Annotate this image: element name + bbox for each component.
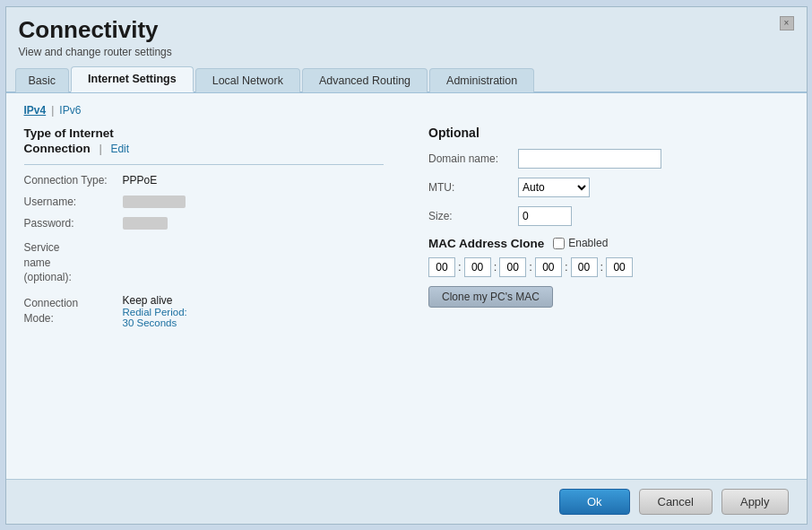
username-label: Username: bbox=[24, 195, 123, 208]
mtu-label: MTU: bbox=[428, 181, 518, 194]
size-input[interactable] bbox=[518, 206, 572, 226]
mac-octet-5[interactable] bbox=[571, 257, 598, 277]
mac-octet-2[interactable] bbox=[464, 257, 491, 277]
conn-mode-sub: Redial Period: 30 Seconds bbox=[123, 307, 187, 328]
sub-tab-ipv4[interactable]: IPv4 bbox=[24, 104, 47, 117]
opt-row-size: Size: bbox=[428, 206, 789, 226]
mac-colon-3: : bbox=[528, 260, 533, 274]
left-panel: Type of InternetConnection | Edit Connec… bbox=[24, 126, 384, 470]
separator bbox=[24, 164, 384, 165]
main-window: Connectivity View and change router sett… bbox=[5, 6, 808, 525]
mac-octet-1[interactable] bbox=[428, 257, 455, 277]
cancel-button[interactable]: Cancel bbox=[639, 489, 713, 515]
title-bar: Connectivity View and change router sett… bbox=[6, 7, 807, 62]
opt-row-mtu: MTU: Auto Manual bbox=[428, 178, 789, 197]
tab-basic[interactable]: Basic bbox=[15, 68, 70, 92]
window-subtitle: View and change router settings bbox=[19, 46, 172, 58]
mtu-select[interactable]: Auto Manual bbox=[518, 178, 590, 197]
optional-title: Optional bbox=[428, 126, 789, 140]
sub-tab-ipv6[interactable]: IPv6 bbox=[59, 104, 81, 117]
redial-value: 30 Seconds bbox=[123, 317, 177, 328]
mac-colon-1: : bbox=[457, 260, 462, 274]
edit-link[interactable]: Edit bbox=[110, 143, 129, 155]
domain-label: Domain name: bbox=[428, 152, 518, 165]
mac-title-text: MAC Address Clone bbox=[428, 237, 544, 250]
field-row-connection-type: Connection Type: PPPoE bbox=[24, 174, 384, 187]
close-button[interactable]: × bbox=[780, 16, 794, 30]
field-row-service-name: Servicename(optional): bbox=[24, 239, 384, 285]
mac-octet-4[interactable] bbox=[535, 257, 562, 277]
tab-internet-settings[interactable]: Internet Settings bbox=[71, 66, 194, 92]
connection-type-label: Connection Type: bbox=[24, 174, 123, 187]
apply-button[interactable]: Apply bbox=[721, 489, 789, 515]
footer: Ok Cancel Apply bbox=[6, 479, 807, 524]
tab-content: IPv4 | IPv6 Type of InternetConnection |… bbox=[6, 93, 807, 479]
mac-octet-3[interactable] bbox=[499, 257, 526, 277]
sub-tabs: IPv4 | IPv6 bbox=[24, 104, 789, 117]
mac-section-title: MAC Address Clone Enabled bbox=[428, 237, 789, 250]
main-content: Type of InternetConnection | Edit Connec… bbox=[24, 126, 789, 470]
conn-mode-title: Keep alive bbox=[123, 294, 187, 307]
right-panel: Optional Domain name: MTU: Auto Manual bbox=[410, 126, 789, 470]
service-name-label: Servicename(optional): bbox=[24, 239, 123, 285]
window-title: Connectivity bbox=[19, 16, 172, 44]
field-row-password: Password: bbox=[24, 217, 384, 230]
password-value bbox=[123, 217, 168, 230]
mac-fields: : : : : : bbox=[428, 257, 789, 277]
field-row-conn-mode: ConnectionMode: Keep alive Redial Period… bbox=[24, 294, 384, 328]
clone-mac-button[interactable]: Clone my PC's MAC bbox=[428, 286, 553, 308]
conn-mode-block: Keep alive Redial Period: 30 Seconds bbox=[123, 294, 187, 328]
mac-colon-2: : bbox=[493, 260, 498, 274]
ok-button[interactable]: Ok bbox=[559, 489, 630, 515]
title-text: Connectivity View and change router sett… bbox=[19, 16, 172, 58]
domain-input[interactable] bbox=[518, 149, 661, 169]
tab-administration[interactable]: Administration bbox=[429, 68, 534, 92]
connection-type-value: PPPoE bbox=[123, 174, 158, 187]
mac-colon-4: : bbox=[564, 260, 569, 274]
mac-octet-6[interactable] bbox=[606, 257, 633, 277]
tabs-bar: Basic Internet Settings Local Network Ad… bbox=[6, 65, 807, 93]
tab-local-network[interactable]: Local Network bbox=[195, 68, 300, 92]
opt-row-domain: Domain name: bbox=[428, 149, 789, 169]
field-row-username: Username: bbox=[24, 195, 384, 208]
size-label: Size: bbox=[428, 210, 518, 222]
conn-mode-label: ConnectionMode: bbox=[24, 294, 123, 326]
mac-colon-5: : bbox=[600, 260, 605, 274]
redial-label: Redial Period: bbox=[123, 307, 187, 317]
enabled-label[interactable]: Enabled bbox=[553, 237, 608, 249]
tab-advanced-routing[interactable]: Advanced Routing bbox=[302, 68, 428, 92]
sub-tab-divider: | bbox=[51, 104, 54, 117]
enabled-text: Enabled bbox=[568, 237, 608, 249]
username-value bbox=[123, 195, 186, 208]
enabled-checkbox[interactable] bbox=[553, 238, 565, 249]
password-label: Password: bbox=[24, 217, 123, 230]
